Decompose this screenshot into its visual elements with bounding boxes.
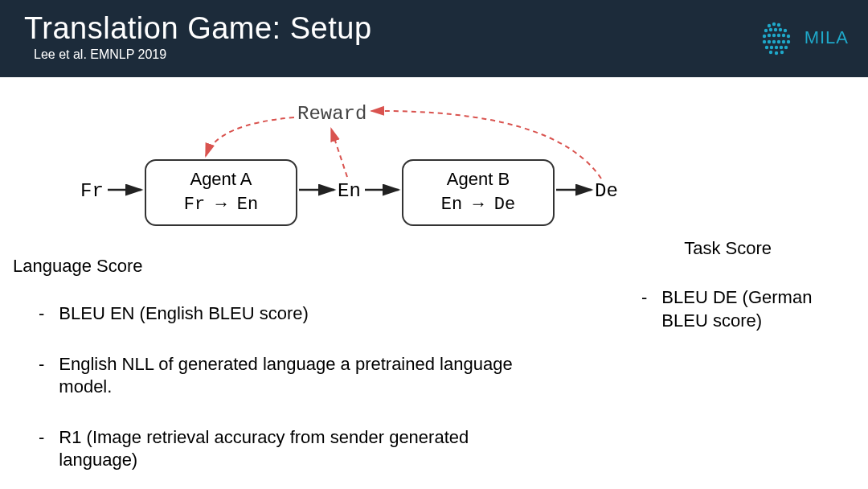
language-score-bullets: -BLEU EN (English BLEU score) -English N… [32,302,547,489]
agent-a-box: Agent A Fr → En [145,159,297,226]
svg-point-27 [780,51,783,54]
svg-point-0 [767,24,770,27]
bullet-dash: - [39,302,44,326]
list-item: -R1 (Image retrieval accuracy from sende… [32,426,547,472]
svg-point-11 [776,34,780,37]
svg-point-4 [768,28,772,31]
node-de: De [595,180,618,202]
svg-point-19 [786,40,789,43]
bullet-text: English NLL of generated language a pret… [59,353,547,399]
logo-text: MILA [805,27,849,48]
reward-label: Reward [297,103,366,125]
slide-subtitle: Lee et al. EMNLP 2019 [34,47,844,62]
slide-title: Translation Game: Setup [24,11,844,46]
bullet-text: BLEU EN (English BLEU score) [59,302,309,326]
mila-logo-icon [756,18,796,58]
svg-point-10 [772,34,775,37]
svg-point-20 [764,46,768,49]
svg-point-6 [778,28,781,31]
svg-point-2 [776,23,780,27]
svg-point-26 [774,51,777,55]
svg-point-25 [768,51,772,54]
node-fr: Fr [80,180,104,202]
logo-area: MILA [756,18,849,58]
list-item: -BLEU EN (English BLEU score) [32,302,547,326]
svg-point-22 [774,46,777,49]
agent-b-box: Agent B En → De [402,159,555,226]
bullet-text: R1 (Image retrieval accuracy from sender… [59,426,547,472]
node-en: En [338,180,361,202]
slide-header: Translation Game: Setup Lee et al. EMNLP… [0,0,868,77]
svg-point-13 [786,35,789,38]
svg-point-17 [776,40,780,43]
svg-point-9 [767,34,770,37]
agent-b-title: Agent B [423,169,534,190]
agent-a-sub: Fr → En [166,195,276,215]
diagram: Reward Fr En De Agent A Fr → En Agent B … [72,85,699,246]
svg-point-23 [779,46,782,49]
bullet-dash: - [39,426,44,472]
svg-point-15 [767,40,770,43]
task-score-title: Task Score [684,238,772,259]
svg-point-21 [769,46,772,49]
bullet-dash: - [641,286,647,332]
bullet-dash: - [39,353,44,399]
svg-point-8 [762,35,765,38]
svg-point-3 [764,29,767,32]
agent-b-sub: En → De [423,195,534,215]
agent-a-title: Agent A [166,169,276,190]
language-score-title: Language Score [13,256,142,277]
svg-point-18 [781,40,784,43]
svg-point-24 [784,46,787,49]
list-item: -English NLL of generated language a pre… [32,353,547,399]
slide-content: Reward Fr En De Agent A Fr → En Agent B … [0,77,868,489]
list-item: -BLEU DE (German BLEU score) [635,286,852,332]
svg-point-5 [773,28,776,31]
svg-point-1 [772,23,775,26]
svg-point-7 [783,29,786,32]
bullet-text: BLEU DE (German BLEU score) [661,286,852,332]
svg-point-16 [772,40,775,43]
svg-point-12 [781,34,784,37]
task-score-bullets: -BLEU DE (German BLEU score) [635,286,852,348]
svg-point-14 [762,40,765,43]
